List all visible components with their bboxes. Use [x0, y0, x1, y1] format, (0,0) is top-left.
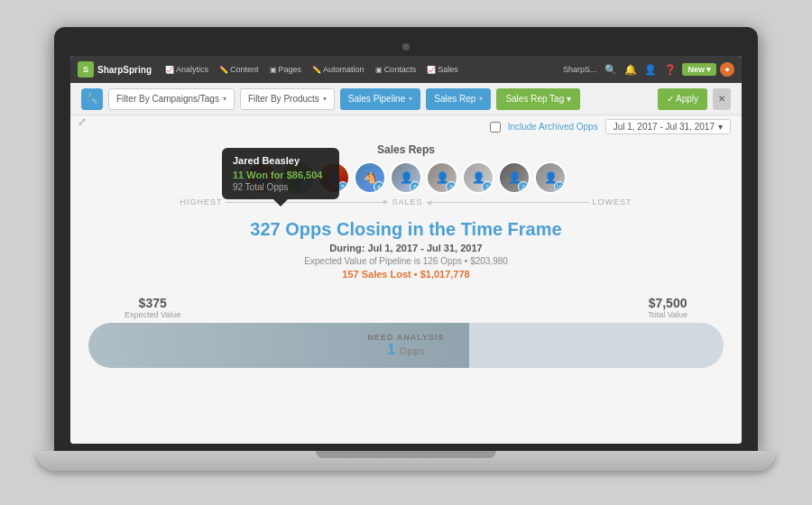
- archive-label: Include Archived Opps: [508, 122, 598, 132]
- avatar-badge-6: 3: [446, 181, 457, 192]
- scale-low-label: lowest: [593, 197, 632, 207]
- expected-amount: $375: [125, 296, 180, 310]
- tooltip-won: 11 Won for $86,504: [233, 170, 328, 180]
- filter-toolbar: 🔧 Filter By Campaigns/Tags ▾ Filter By P…: [70, 83, 742, 115]
- new-button[interactable]: New ▾: [682, 63, 716, 76]
- during-text: During: Jul 1, 2017 - Jul 31, 2017: [88, 243, 724, 253]
- notification-badge[interactable]: ●: [720, 62, 734, 77]
- lost-text: 157 Sales Lost • $1,017,778: [88, 269, 724, 280]
- avatar-badge-5: 6: [410, 181, 420, 192]
- avatar-badge-8: 2: [518, 181, 529, 192]
- chevron-down-icon: ▾: [706, 65, 711, 74]
- user-icon[interactable]: 👤: [642, 63, 659, 77]
- scale-sales-label: SALES: [392, 197, 422, 207]
- apply-button[interactable]: ✓ Apply: [658, 88, 707, 110]
- avatar-badge-7: 7: [482, 181, 493, 192]
- automation-icon: ✏️: [312, 66, 321, 74]
- avatars-row: 👤3 👤2 👤5 🐴4 👤6 👤3 👤7 👤2 👤10: [70, 161, 742, 194]
- products-filter-dropdown[interactable]: Filter By Products ▾: [240, 88, 335, 110]
- avatar-9[interactable]: 👤10: [534, 161, 567, 194]
- main-stats: 327 Opps Closing in the Time Frame Durin…: [70, 210, 742, 285]
- contacts-icon: ▣: [375, 66, 383, 74]
- pipeline-opps-label: Opps: [400, 345, 425, 356]
- chevron-down-icon: ▾: [718, 122, 723, 132]
- laptop-base-notch: [316, 451, 496, 458]
- avatar-4[interactable]: 🐴4: [354, 161, 386, 194]
- pipeline-section: $375 Expected Value $7,500 Total Value N…: [70, 285, 742, 372]
- nav-sales[interactable]: 📈 Sales: [422, 63, 463, 76]
- sales-reps-title: Sales Reps: [70, 143, 742, 156]
- opps-title: 327 Opps Closing in the Time Frame: [88, 219, 724, 240]
- nav-analytics[interactable]: 📈 Analytics: [161, 63, 213, 76]
- scale-line-2: [427, 202, 589, 203]
- laptop-base: [36, 451, 776, 471]
- chevron-down-icon: ▾: [409, 95, 412, 103]
- help-icon[interactable]: ❓: [662, 63, 678, 77]
- content-icon: ✏️: [219, 66, 228, 74]
- total-value-block: $7,500 Total Value: [648, 296, 687, 319]
- chevron-down-icon: ▾: [323, 95, 327, 103]
- logo-icon: S: [78, 61, 94, 78]
- close-button[interactable]: ✕: [713, 88, 731, 110]
- nav-automation[interactable]: ✏️ Automation: [308, 63, 369, 76]
- nav-contacts[interactable]: ▣ Contacts: [371, 63, 421, 76]
- chevron-down-icon: ▾: [479, 95, 483, 103]
- laptop-camera: [402, 43, 410, 50]
- nav-content[interactable]: ✏️ Content: [215, 63, 263, 76]
- avatar-5[interactable]: 👤6: [390, 161, 422, 194]
- date-range-picker[interactable]: Jul 1, 2017 - Jul 31, 2017 ▾: [605, 119, 731, 134]
- sales-reps-section: Sales Reps 👤3 👤2 👤5 🐴4 👤6 👤3 👤7 👤2 👤10: [70, 138, 742, 210]
- notifications-icon[interactable]: 🔔: [623, 63, 639, 77]
- scale-high-label: highest: [180, 197, 222, 207]
- filter-icon-button[interactable]: 🔧: [81, 88, 103, 110]
- logo-text: SharpSpring: [97, 65, 152, 75]
- tooltip-opps: 92 Total Opps: [233, 182, 328, 192]
- top-navbar: S SharpSpring 📈 Analytics ✏️ Content ▣ P…: [70, 56, 742, 83]
- avatar-6[interactable]: 👤3: [426, 161, 458, 194]
- bottom-values: $375 Expected Value $7,500 Total Value: [88, 292, 724, 323]
- avatar-7[interactable]: 👤7: [462, 161, 494, 194]
- content-area: ⤢ 🔧 Filter By Campaigns/Tags ▾ Filter By…: [70, 83, 742, 444]
- campaigns-filter-dropdown[interactable]: Filter By Campaigns/Tags ▾: [108, 88, 235, 110]
- archive-row: Include Archived Opps Jul 1, 2017 - Jul …: [70, 115, 742, 138]
- logo: S SharpSpring: [78, 61, 152, 78]
- pipeline-bar-center: NEED ANALYSIS 1 Opps: [368, 333, 445, 358]
- archive-checkbox[interactable]: [490, 122, 501, 133]
- scale-line: [226, 202, 388, 203]
- nav-pages[interactable]: ▣ Pages: [265, 63, 307, 76]
- pipeline-bar-track: NEED ANALYSIS 1 Opps: [88, 323, 724, 368]
- analytics-icon: 📈: [165, 66, 174, 74]
- chevron-down-icon: ▾: [567, 94, 571, 104]
- tooltip-arrow: [273, 199, 288, 207]
- rep-tag-filter-dropdown[interactable]: Sales Rep Tag ▾: [496, 88, 580, 110]
- pipeline-text: Expected Value of Pipeline is 126 Opps •…: [88, 256, 724, 266]
- sales-rep-tooltip: Jared Beasley 11 Won for $86,504 92 Tota…: [222, 148, 339, 199]
- sales-scale: highest SALES lowest: [70, 197, 742, 207]
- expected-value-block: $375 Expected Value: [125, 296, 180, 319]
- avatar-badge-9: 10: [554, 181, 565, 192]
- navbar-brand: SharpS...: [558, 63, 602, 76]
- pipeline-filter-dropdown[interactable]: Sales Pipeline ▾: [340, 88, 420, 110]
- expand-icon[interactable]: ⤢: [78, 115, 87, 128]
- tooltip-name: Jared Beasley: [233, 155, 328, 166]
- chevron-down-icon: ▾: [223, 95, 226, 103]
- pages-icon: ▣: [270, 66, 277, 74]
- avatar-badge-4: 4: [374, 181, 384, 192]
- avatar-8[interactable]: 👤2: [498, 161, 531, 194]
- search-icon[interactable]: 🔍: [603, 63, 619, 77]
- rep-filter-dropdown[interactable]: Sales Rep ▾: [426, 88, 491, 110]
- pipeline-bar-label: NEED ANALYSIS: [368, 333, 445, 342]
- pipeline-bar-value: 1 Opps: [368, 342, 445, 358]
- total-amount: $7,500: [648, 296, 687, 310]
- laptop-screen: S SharpSpring 📈 Analytics ✏️ Content ▣ P…: [70, 56, 742, 444]
- navbar-icons: 🔍 🔔 👤 ❓ New ▾ ●: [603, 62, 734, 77]
- expected-label: Expected Value: [125, 310, 180, 319]
- sales-icon: 📈: [427, 66, 436, 74]
- total-label: Total Value: [648, 310, 687, 319]
